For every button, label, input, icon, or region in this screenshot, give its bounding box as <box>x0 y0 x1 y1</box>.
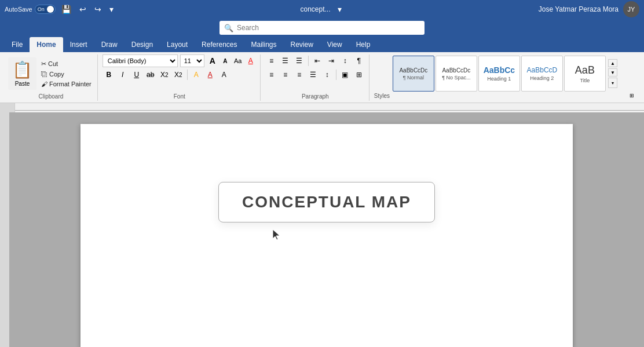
paste-label: Paste <box>15 81 30 87</box>
styles-scroll-up[interactable]: ▲ <box>608 59 617 67</box>
copy-button[interactable]: ⿻ Copy <box>39 70 94 79</box>
ruler-corner <box>0 103 15 112</box>
svg-rect-0 <box>15 103 644 112</box>
style-heading1-preview: AaBbCc <box>484 65 515 75</box>
style-no-spacing-label: ¶ No Spac... <box>442 75 470 81</box>
paragraph-group-label: Paragraph <box>262 93 369 100</box>
svg-rect-1 <box>15 110 644 111</box>
tab-view[interactable]: View <box>320 37 349 52</box>
tab-layout[interactable]: Layout <box>160 37 195 52</box>
style-heading1[interactable]: AaBbCc Heading 1 <box>478 56 520 92</box>
superscript-button[interactable]: X2 <box>172 68 185 81</box>
tab-insert[interactable]: Insert <box>63 37 94 52</box>
clear-format-button[interactable]: A <box>245 55 257 67</box>
align-right-button[interactable]: ≡ <box>293 68 306 81</box>
clipboard-group-label: Clipboard <box>5 93 97 100</box>
para-row-1: ≡ ☰ ☰ ⇤ ⇥ ↕ ¶ <box>265 54 365 67</box>
font-case-button[interactable]: Aa <box>232 55 244 67</box>
title-expand-button[interactable]: ▾ <box>335 3 344 15</box>
style-heading2-preview: AaBbCcD <box>527 66 558 74</box>
undo-button[interactable]: ↩ <box>77 3 89 15</box>
style-no-spacing-preview: AaBbCcDc <box>442 67 470 74</box>
autosave-state: On <box>38 6 45 12</box>
font-size-select[interactable]: 11 <box>180 54 204 67</box>
increase-indent-button[interactable]: ⇥ <box>325 54 338 67</box>
autosave-badge: AutoSave On <box>5 5 56 14</box>
doc-page: CONCEPTUAL MAP <box>80 124 573 347</box>
justify-button[interactable]: ☰ <box>307 68 320 81</box>
bold-button[interactable]: B <box>103 68 115 81</box>
italic-button[interactable]: I <box>116 68 129 81</box>
tab-file[interactable]: File <box>5 37 30 52</box>
cut-button[interactable]: ✂ Cut <box>39 59 94 69</box>
styles-group-label: Styles <box>374 93 390 99</box>
doc-content-area: CONCEPTUAL MAP <box>127 159 526 222</box>
text-highlight-button[interactable]: A <box>190 68 203 81</box>
font-family-select[interactable]: Calibri (Body) <box>103 54 178 67</box>
styles-expand[interactable]: ▾ <box>608 78 617 88</box>
search-input[interactable] <box>237 24 420 32</box>
font-size-btns: A A Aa A <box>207 55 257 67</box>
style-normal[interactable]: AaBbCcDc ¶ Normal <box>393 56 434 92</box>
align-center-button[interactable]: ≡ <box>279 68 292 81</box>
decrease-indent-button[interactable]: ⇤ <box>311 54 324 67</box>
numbering-button[interactable]: ☰ <box>279 54 292 67</box>
format-row: B I U ab X2 X2 A A A <box>103 68 230 81</box>
search-box[interactable]: 🔍 <box>219 21 425 35</box>
title-bar-left: AutoSave On 💾 ↩ ↪ ▾ <box>5 3 132 15</box>
styles-group: AaBbCcDc ¶ Normal AaBbCcDc ¶ No Spac... … <box>371 54 639 101</box>
vertical-ruler <box>0 112 9 347</box>
format-painter-button[interactable]: 🖌 Format Painter <box>39 79 94 89</box>
user-avatar[interactable]: JY <box>623 1 639 17</box>
font-color-button[interactable]: A <box>204 68 217 81</box>
shading-button[interactable]: ▣ <box>339 68 352 81</box>
ruler-row: // Inline ruler tick marks via SVG <box>0 103 644 112</box>
text-effects-button[interactable]: A <box>218 68 230 81</box>
style-no-spacing[interactable]: AaBbCcDc ¶ No Spac... <box>436 56 477 92</box>
ruler-svg: // Inline ruler tick marks via SVG <box>15 103 644 112</box>
tab-help[interactable]: Help <box>349 37 378 52</box>
tab-mailings[interactable]: Mailings <box>244 37 283 52</box>
text-box: CONCEPTUAL MAP <box>218 182 435 222</box>
title-bar: AutoSave On 💾 ↩ ↪ ▾ concept... ▾ Jose Ya… <box>0 0 644 19</box>
align-left-button[interactable]: ≡ <box>265 68 278 81</box>
styles-scroll: ▲ ▼ ▾ <box>608 59 617 88</box>
styles-expand-button[interactable]: ⊞ <box>628 92 636 100</box>
multilevel-button[interactable]: ☰ <box>293 54 306 67</box>
pilcrow-button[interactable]: ¶ <box>353 54 365 67</box>
line-spacing-button[interactable]: ↕ <box>321 68 334 81</box>
save-button[interactable]: 💾 <box>59 3 74 15</box>
svg-rect-2 <box>0 112 9 347</box>
doc-scroll-area[interactable]: CONCEPTUAL MAP <box>9 112 644 347</box>
horizontal-ruler: // Inline ruler tick marks via SVG <box>15 103 644 112</box>
quick-access-expand[interactable]: ▾ <box>107 3 116 15</box>
doc-main-title: CONCEPTUAL MAP <box>242 193 411 211</box>
paste-button[interactable]: 📋 Paste <box>8 57 36 90</box>
font-grow-button[interactable]: A <box>207 55 218 67</box>
tab-design[interactable]: Design <box>125 37 160 52</box>
autosave-label: AutoSave <box>5 6 32 13</box>
underline-button[interactable]: U <box>130 68 143 81</box>
autosave-toggle[interactable]: On <box>35 5 56 14</box>
tab-review[interactable]: Review <box>284 37 320 52</box>
tab-draw[interactable]: Draw <box>94 37 125 52</box>
para-row-2: ≡ ≡ ≡ ☰ ↕ ▣ ⊞ <box>265 68 365 81</box>
paragraph-group: ≡ ☰ ☰ ⇤ ⇥ ↕ ¶ ≡ ≡ ≡ ☰ ↕ ▣ ⊞ Paragraph <box>262 54 369 101</box>
subscript-button[interactable]: X2 <box>158 68 171 81</box>
tab-home[interactable]: Home <box>30 37 63 52</box>
copy-label: Copy <box>49 71 64 78</box>
redo-button[interactable]: ↪ <box>92 3 104 15</box>
vertical-ruler-svg <box>0 112 9 347</box>
sort-button[interactable]: ↕ <box>339 54 352 67</box>
clipboard-mini-btns: ✂ Cut ⿻ Copy 🖌 Format Painter <box>39 59 94 89</box>
style-title[interactable]: AaB Title <box>564 56 606 92</box>
borders-button[interactable]: ⊞ <box>353 68 365 81</box>
ribbon-tabs: File Home Insert Draw Design Layout Refe… <box>0 37 644 52</box>
style-heading2[interactable]: AaBbCcD Heading 2 <box>521 56 563 92</box>
strikethrough-button[interactable]: ab <box>144 68 157 81</box>
font-shrink-button[interactable]: A <box>219 55 231 67</box>
styles-scroll-down[interactable]: ▼ <box>608 68 617 76</box>
bullets-button[interactable]: ≡ <box>265 54 278 67</box>
styles-container: AaBbCcDc ¶ Normal AaBbCcDc ¶ No Spac... … <box>393 56 606 92</box>
tab-references[interactable]: References <box>195 37 244 52</box>
